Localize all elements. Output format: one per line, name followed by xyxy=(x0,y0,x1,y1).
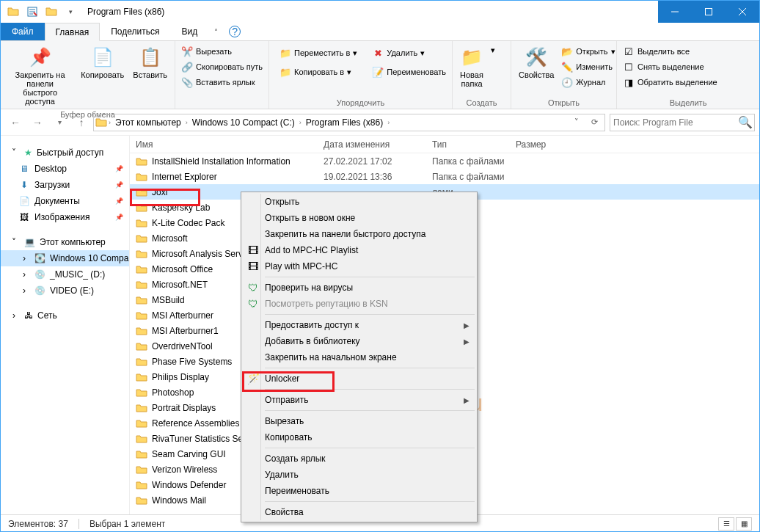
cm-send[interactable]: Отправить▶ xyxy=(243,392,475,408)
sidebar-item-documents[interactable]: 📄Документы📌 xyxy=(1,193,129,209)
breadcrumb[interactable]: Этот компьютер xyxy=(112,117,184,128)
cm-pin-start[interactable]: Закрепить на начальном экране xyxy=(243,349,475,365)
column-type[interactable]: Тип xyxy=(426,139,510,150)
sidebar-item-drive-e[interactable]: ›💿VIDEO (E:) xyxy=(1,283,129,299)
sidebar-item-this-pc[interactable]: ˅💻Этот компьютер xyxy=(1,234,129,250)
tab-share[interactable]: Поделиться xyxy=(100,23,170,40)
new-folder-button[interactable]: 📁 Новая папка xyxy=(456,43,488,91)
back-button[interactable]: ← xyxy=(5,114,26,131)
chevron-right-icon[interactable]: › xyxy=(107,119,112,126)
cm-cut[interactable]: Вырезать xyxy=(243,413,475,429)
cm-delete[interactable]: Удалить xyxy=(243,467,475,483)
refresh-button[interactable]: ⟳ xyxy=(585,117,603,127)
tab-view[interactable]: Вид xyxy=(170,23,208,40)
file-date: 19.02.2021 13:36 xyxy=(318,172,426,182)
column-headers[interactable]: Имя Дата изменения Тип Размер xyxy=(130,136,759,153)
view-large-icons-button[interactable]: ▦ xyxy=(736,517,752,531)
cm-pin-quick[interactable]: Закрепить на панели быстрого доступа xyxy=(243,226,475,242)
pictures-icon: 🖼 xyxy=(18,211,30,223)
drive-icon: 💽 xyxy=(34,253,45,263)
column-date[interactable]: Дата изменения xyxy=(318,139,426,150)
minimize-button[interactable] xyxy=(658,1,692,23)
sidebar-item-downloads[interactable]: ⬇Загрузки📌 xyxy=(1,177,129,193)
edit-button[interactable]: ✏️Изменить xyxy=(558,59,618,74)
chevron-right-icon[interactable]: › xyxy=(386,119,391,126)
chevron-right-icon[interactable]: › xyxy=(298,119,303,126)
rename-button[interactable]: 📝Переименовать xyxy=(369,65,449,79)
chevron-right-icon[interactable]: › xyxy=(184,119,189,126)
mpc-icon: 🎞 xyxy=(246,259,260,274)
chevron-right-icon: ▶ xyxy=(464,338,469,346)
cm-rename[interactable]: Переименовать xyxy=(243,483,475,499)
sidebar-item-network[interactable]: ›🖧Сеть xyxy=(1,307,129,324)
search-icon[interactable]: 🔍 xyxy=(737,115,754,129)
file-name: OverdriveNTool xyxy=(152,341,213,351)
sidebar-item-pictures[interactable]: 🖼Изображения📌 xyxy=(1,209,129,225)
deselect-button[interactable]: ☐Снять выделение xyxy=(620,59,720,74)
breadcrumb[interactable]: Windows 10 Compact (C:) xyxy=(189,117,298,128)
copy-to-button[interactable]: 📁Копировать в ▾ xyxy=(277,65,360,79)
cm-create-shortcut[interactable]: Создать ярлык xyxy=(243,451,475,467)
addr-history-button[interactable]: ˅ xyxy=(568,117,585,127)
paste-button[interactable]: 📋 Вставить xyxy=(128,43,172,82)
recent-locations-button[interactable]: ▾ xyxy=(49,114,70,131)
folder-icon xyxy=(136,402,147,414)
select-all-button[interactable]: ☑Выделить все xyxy=(620,44,720,59)
paste-shortcut-button[interactable]: 📎Вставить ярлык xyxy=(178,75,266,90)
breadcrumb[interactable]: Program Files (x86) xyxy=(303,117,386,128)
file-name: Microsoft Analysis Serv xyxy=(152,249,243,259)
folder-icon xyxy=(136,356,147,368)
move-to-button[interactable]: 📁Переместить в ▾ xyxy=(277,45,360,60)
copy-path-button[interactable]: 🔗Скопировать путь xyxy=(178,59,266,74)
search-input[interactable] xyxy=(610,117,737,128)
cm-properties[interactable]: Свойства xyxy=(243,504,475,520)
search-box[interactable]: 🔍 xyxy=(610,114,755,131)
cm-ksn[interactable]: 🛡Посмотреть репутацию в KSN xyxy=(243,296,475,312)
invert-selection-button[interactable]: ◨Обратить выделение xyxy=(620,75,720,90)
open-button[interactable]: 📂Открыть ▾ xyxy=(558,44,618,59)
maximize-button[interactable] xyxy=(692,1,726,23)
pin-to-quick-access-button[interactable]: 📌 Закрепить на панели быстрого доступа xyxy=(4,43,76,109)
sidebar-item-quick-access[interactable]: ˅★Быстрый доступ xyxy=(1,145,129,161)
column-size[interactable]: Размер xyxy=(510,139,759,150)
up-button[interactable]: ↑ xyxy=(71,114,92,131)
cm-mpc-play[interactable]: 🎞Play with MPC-HC xyxy=(243,258,475,274)
new-item-button[interactable]: ▾ xyxy=(488,44,498,57)
cm-open[interactable]: Открыть xyxy=(243,194,475,210)
chevron-right-icon: › xyxy=(18,269,30,280)
history-button[interactable]: 🕘Журнал xyxy=(558,75,618,90)
tab-home[interactable]: Главная xyxy=(45,23,101,41)
properties-button[interactable]: 🛠️ Свойства xyxy=(514,43,558,82)
cm-grant-access[interactable]: Предоставить доступ к▶ xyxy=(243,317,475,333)
view-details-button[interactable]: ☰ xyxy=(718,517,734,531)
copy-button[interactable]: 📄 Копировать xyxy=(76,43,128,82)
cut-button[interactable]: ✂️Вырезать xyxy=(178,44,266,59)
navigation-bar: ← → ▾ ↑ › Этот компьютер › Windows 10 Co… xyxy=(1,109,759,136)
forward-button[interactable]: → xyxy=(27,114,48,131)
cm-mpc-add[interactable]: 🎞Add to MPC-HC Playlist xyxy=(243,242,475,258)
cm-add-library[interactable]: Добавить в библиотеку▶ xyxy=(243,333,475,349)
cm-open-new-window[interactable]: Открыть в новом окне xyxy=(243,210,475,226)
sidebar-item-desktop[interactable]: 🖥Desktop📌 xyxy=(1,161,129,177)
qat-dropdown-icon[interactable]: ▾ xyxy=(62,4,78,20)
help-button[interactable]: ? xyxy=(229,26,241,37)
delete-button[interactable]: ✖Удалить ▾ xyxy=(369,45,449,60)
mpc-icon: 🎞 xyxy=(246,243,260,258)
table-row[interactable]: InstallShield Installation Information27… xyxy=(130,153,759,169)
sidebar-item-drive-c[interactable]: ›💽Windows 10 Compa xyxy=(1,250,129,266)
qat-properties-icon[interactable] xyxy=(24,4,40,20)
close-button[interactable] xyxy=(726,1,759,23)
address-bar[interactable]: › Этот компьютер › Windows 10 Compact (C… xyxy=(93,114,605,131)
file-name: InstallShield Installation Information xyxy=(152,156,291,167)
file-name: Microsoft xyxy=(152,233,188,244)
sidebar-item-drive-d[interactable]: ›💿_MUSIC_ (D:) xyxy=(1,266,129,283)
qat-new-folder-icon[interactable] xyxy=(43,4,59,20)
tab-file[interactable]: Файл xyxy=(1,23,45,40)
cm-copy[interactable]: Копировать xyxy=(243,429,475,445)
table-row[interactable]: Internet Explorer19.02.2021 13:36Папка с… xyxy=(130,169,759,184)
window-title: Program Files (x86) xyxy=(87,7,164,17)
cm-virus-check[interactable]: 🛡Проверить на вирусы xyxy=(243,280,475,296)
column-name[interactable]: Имя xyxy=(130,139,318,150)
cm-unlocker[interactable]: 🪄Unlocker xyxy=(243,371,475,387)
ribbon-collapse-button[interactable]: ˄ xyxy=(208,23,223,40)
